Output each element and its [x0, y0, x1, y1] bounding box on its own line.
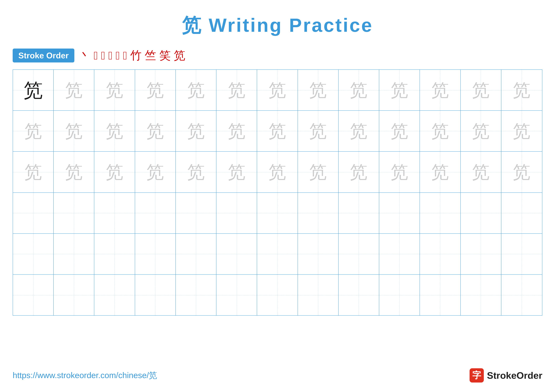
grid-cell-3-5[interactable]: 笕 [176, 152, 216, 192]
grid-cell-1-9[interactable]: 笕 [339, 70, 379, 110]
char-light: 笕 [309, 122, 327, 140]
grid-cell-3-10[interactable]: 笕 [379, 152, 420, 192]
grid-cell-3-13[interactable]: 笕 [501, 152, 542, 192]
char-light: 笕 [431, 122, 449, 140]
grid-cell-5-5[interactable] [176, 234, 216, 274]
footer: https://www.strokeorder.com/chinese/笕 字 … [13, 368, 542, 383]
grid-cell-5-1[interactable] [13, 234, 54, 274]
grid-cell-6-6[interactable] [216, 275, 257, 315]
char-light: 笕 [513, 163, 530, 181]
grid-cell-5-6[interactable] [216, 234, 257, 274]
grid-cell-1-11[interactable]: 笕 [420, 70, 460, 110]
practice-grid: 笕 笕 笕 笕 笕 笕 笕 笕 笕 笕 笕 笕 [13, 69, 542, 316]
grid-cell-3-11[interactable]: 笕 [420, 152, 460, 192]
grid-cell-4-3[interactable] [94, 193, 135, 233]
grid-cell-3-8[interactable]: 笕 [298, 152, 339, 192]
grid-cell-4-13[interactable] [501, 193, 542, 233]
grid-cell-6-1[interactable] [13, 275, 54, 315]
grid-cell-5-12[interactable] [461, 234, 501, 274]
stroke-4: 𠃍 [108, 49, 112, 62]
char-light: 笕 [431, 81, 449, 99]
grid-cell-2-3[interactable]: 笕 [94, 111, 135, 151]
grid-cell-6-5[interactable] [176, 275, 216, 315]
char-light: 笕 [391, 81, 408, 99]
grid-cell-4-5[interactable] [176, 193, 216, 233]
grid-cell-5-8[interactable] [298, 234, 339, 274]
grid-cell-2-11[interactable]: 笕 [420, 111, 460, 151]
grid-cell-4-1[interactable] [13, 193, 54, 233]
char-light: 笕 [187, 122, 205, 140]
grid-cell-2-10[interactable]: 笕 [379, 111, 420, 151]
grid-cell-1-3[interactable]: 笕 [94, 70, 135, 110]
grid-cell-2-2[interactable]: 笕 [54, 111, 94, 151]
char-light: 笕 [391, 122, 408, 140]
grid-cell-4-11[interactable] [420, 193, 460, 233]
grid-cell-2-1[interactable]: 笕 [13, 111, 54, 151]
grid-cell-1-1[interactable]: 笕 [13, 70, 54, 110]
footer-url[interactable]: https://www.strokeorder.com/chinese/笕 [13, 370, 157, 381]
grid-cell-2-5[interactable]: 笕 [176, 111, 216, 151]
grid-cell-6-12[interactable] [461, 275, 501, 315]
grid-cell-3-2[interactable]: 笕 [54, 152, 94, 192]
grid-cell-2-12[interactable]: 笕 [461, 111, 501, 151]
char-light: 笕 [146, 163, 164, 181]
grid-cell-2-9[interactable]: 笕 [339, 111, 379, 151]
char-light: 笕 [472, 81, 489, 99]
grid-cell-1-13[interactable]: 笕 [501, 70, 542, 110]
char-light: 笕 [24, 163, 42, 181]
grid-cell-1-2[interactable]: 笕 [54, 70, 94, 110]
grid-cell-6-3[interactable] [94, 275, 135, 315]
grid-cell-4-9[interactable] [339, 193, 379, 233]
grid-cell-6-11[interactable] [420, 275, 460, 315]
grid-cell-4-2[interactable] [54, 193, 94, 233]
char-light: 笕 [513, 81, 530, 99]
grid-cell-5-7[interactable] [257, 234, 298, 274]
grid-cell-6-9[interactable] [339, 275, 379, 315]
grid-cell-1-10[interactable]: 笕 [379, 70, 420, 110]
grid-cell-1-4[interactable]: 笕 [135, 70, 176, 110]
grid-cell-6-7[interactable] [257, 275, 298, 315]
grid-cell-6-8[interactable] [298, 275, 339, 315]
grid-cell-6-13[interactable] [501, 275, 542, 315]
stroke-10: 笕 [174, 48, 185, 63]
char-light: 笕 [269, 163, 286, 181]
grid-cell-4-7[interactable] [257, 193, 298, 233]
grid-cell-5-10[interactable] [379, 234, 420, 274]
grid-cell-2-4[interactable]: 笕 [135, 111, 176, 151]
char-dark: 笕 [24, 81, 43, 100]
grid-cell-2-6[interactable]: 笕 [216, 111, 257, 151]
grid-cell-3-4[interactable]: 笕 [135, 152, 176, 192]
grid-cell-1-7[interactable]: 笕 [257, 70, 298, 110]
grid-cell-1-12[interactable]: 笕 [461, 70, 501, 110]
grid-cell-3-6[interactable]: 笕 [216, 152, 257, 192]
grid-cell-5-2[interactable] [54, 234, 94, 274]
grid-cell-5-13[interactable] [501, 234, 542, 274]
grid-cell-3-1[interactable]: 笕 [13, 152, 54, 192]
grid-cell-5-3[interactable] [94, 234, 135, 274]
grid-cell-5-9[interactable] [339, 234, 379, 274]
grid-cell-4-12[interactable] [461, 193, 501, 233]
grid-cell-1-8[interactable]: 笕 [298, 70, 339, 110]
grid-cell-5-11[interactable] [420, 234, 460, 274]
grid-row-3: 笕 笕 笕 笕 笕 笕 笕 笕 笕 笕 笕 笕 [13, 152, 542, 192]
grid-cell-4-4[interactable] [135, 193, 176, 233]
grid-cell-6-2[interactable] [54, 275, 94, 315]
char-light: 笕 [228, 122, 245, 140]
grid-cell-4-8[interactable] [298, 193, 339, 233]
grid-cell-1-5[interactable]: 笕 [176, 70, 216, 110]
grid-cell-2-8[interactable]: 笕 [298, 111, 339, 151]
grid-cell-5-4[interactable] [135, 234, 176, 274]
char-light: 笕 [65, 163, 83, 181]
grid-cell-1-6[interactable]: 笕 [216, 70, 257, 110]
grid-cell-3-3[interactable]: 笕 [94, 152, 135, 192]
grid-cell-2-7[interactable]: 笕 [257, 111, 298, 151]
grid-cell-6-10[interactable] [379, 275, 420, 315]
grid-cell-2-13[interactable]: 笕 [501, 111, 542, 151]
stroke-8: 竺 [145, 48, 156, 63]
grid-cell-3-7[interactable]: 笕 [257, 152, 298, 192]
grid-cell-6-4[interactable] [135, 275, 176, 315]
grid-cell-4-6[interactable] [216, 193, 257, 233]
grid-cell-3-12[interactable]: 笕 [461, 152, 501, 192]
grid-cell-3-9[interactable]: 笕 [339, 152, 379, 192]
grid-cell-4-10[interactable] [379, 193, 420, 233]
